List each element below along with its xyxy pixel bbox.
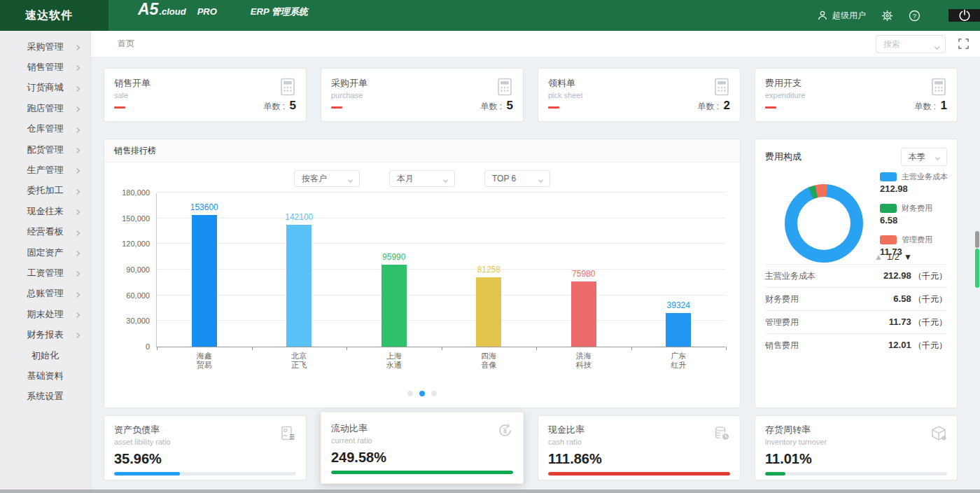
sidebar-item[interactable]: 跑店管理 [0, 98, 90, 118]
chevron-right-icon [75, 187, 81, 197]
sidebar-item[interactable]: 销售管理 [0, 57, 90, 77]
bar[interactable] [571, 282, 596, 347]
main-area: 首页 销售开单sale单数 : 5采购开单purchase单数 : 5领料单pi… [91, 31, 980, 489]
sidebar-item[interactable]: 经营看板 [0, 222, 90, 242]
ratio-progress-track [331, 471, 513, 474]
sidebar-item-label: 固定资产 [27, 246, 64, 259]
chart-filter-select[interactable]: 按客户 [294, 170, 360, 187]
chevron-right-icon [75, 125, 81, 136]
carousel-dot-active[interactable] [419, 391, 425, 396]
sidebar-item[interactable]: 生产管理 [0, 160, 90, 180]
bar[interactable] [382, 265, 407, 347]
expense-row-label: 财务费用 [765, 293, 799, 305]
page-scrollbar[interactable] [975, 231, 979, 288]
calculator-icon [929, 77, 948, 99]
sidebar-item[interactable]: 系统设置 [0, 387, 90, 407]
y-axis-tick-label: 60,000 [106, 291, 150, 300]
expense-row: 主营业务成本212.98 （千元） [765, 264, 947, 287]
bar[interactable] [192, 215, 217, 347]
settings-gear-icon[interactable] [881, 10, 893, 22]
help-icon[interactable]: ? [909, 10, 920, 22]
expense-row-unit: （千元） [913, 271, 947, 281]
chevron-right-icon [75, 249, 81, 259]
sidebar-item[interactable]: 固定资产 [0, 242, 90, 263]
sidebar-item[interactable]: 期末处理 [0, 304, 90, 324]
chevron-right-icon [75, 228, 81, 239]
gridline [157, 192, 725, 193]
sidebar-item[interactable]: 现金往来 [0, 201, 90, 221]
stat-card-row: 销售开单sale单数 : 5采购开单purchase单数 : 5领料单pick … [104, 68, 958, 122]
scrollbar-thumb-gray[interactable] [975, 231, 979, 248]
bar-value-label: 142100 [267, 212, 330, 222]
x-axis-tick [346, 347, 347, 350]
sidebar-item[interactable]: 采购管理 [0, 36, 90, 57]
legend-value: 212.98 [880, 183, 948, 194]
fullscreen-icon[interactable] [958, 39, 969, 49]
sidebar-item[interactable]: 配货管理 [0, 139, 90, 160]
sidebar-item[interactable]: 初始化 [0, 345, 90, 366]
legend-entry: 主营业务成本212.98 [880, 172, 948, 194]
sidebar-item[interactable]: 委托加工 [0, 181, 90, 201]
chart-filter-select[interactable]: TOP 6 [484, 170, 550, 187]
coins-icon [713, 424, 732, 446]
sales-chart-body: 按客户本月TOP 6 030,00060,00090,000120,000150… [104, 162, 740, 408]
sidebar-item-label: 配货管理 [27, 144, 64, 156]
expense-row-label: 主营业务成本 [765, 270, 816, 282]
ratio-card[interactable]: 存货周转率inventory turnover11.01% [755, 415, 958, 480]
expense-row: 管理费用11.73 （千元） [765, 310, 947, 333]
sidebar-item-label: 总账管理 [27, 287, 64, 300]
ratio-progress-track [114, 472, 296, 475]
stat-card[interactable]: 领料单pick sheet单数 : 2 [538, 68, 741, 122]
sidebar-item-label: 期末处理 [27, 308, 64, 321]
ratio-card[interactable]: 流动比率current ratio249.58%¥ [321, 412, 524, 484]
chevron-down-icon [934, 154, 941, 164]
ratio-card-subtitle: inventory turnover [765, 438, 947, 446]
ratio-card-value: 35.96% [114, 451, 296, 467]
sidebar-item[interactable]: 订货商城 [0, 78, 90, 98]
ratio-progress-fill [114, 472, 180, 475]
chevron-right-icon [75, 84, 81, 95]
x-axis-category-label: 上海永通 [363, 352, 426, 370]
sidebar-item[interactable]: 工资管理 [0, 263, 90, 283]
sidebar-item[interactable]: 财务报表 [0, 324, 90, 345]
logout-power-button[interactable] [948, 9, 980, 22]
user-menu[interactable]: 超级用户 [817, 10, 866, 22]
carousel-dot[interactable] [431, 391, 437, 396]
chevron-right-icon [75, 331, 81, 341]
bar[interactable] [286, 225, 312, 347]
red-dash [548, 106, 559, 109]
expense-period-select[interactable]: 本季 [901, 148, 947, 166]
stat-card[interactable]: 费用开支expenditure单数 : 1 [755, 68, 958, 122]
sidebar-item-label: 订货商城 [27, 81, 64, 94]
bar[interactable] [666, 313, 691, 347]
breadcrumb-home[interactable]: 首页 [118, 38, 134, 50]
expense-row-value: 6.58 （千元） [893, 293, 947, 305]
stat-card[interactable]: 销售开单sale单数 : 5 [104, 68, 307, 122]
ratio-card-subtitle: current ratio [331, 436, 513, 445]
ratio-progress-fill [765, 472, 785, 475]
nav-right: 超级用户 ? [817, 0, 980, 31]
sidebar-item-label: 基础资料 [27, 370, 64, 382]
sidebar-item[interactable]: 总账管理 [0, 284, 90, 304]
pager-up-icon[interactable]: ▲ [874, 252, 883, 262]
user-icon [817, 10, 828, 21]
ratio-card-value: 111.86% [548, 451, 730, 467]
bar-value-label: 95990 [363, 252, 426, 262]
pager-down-icon[interactable]: ▼ [904, 252, 912, 262]
legend-pager: ▲ 1/2 ▼ [874, 251, 912, 262]
sidebar-item[interactable]: 基础资料 [0, 366, 90, 386]
bar[interactable] [476, 277, 501, 347]
sidebar-item[interactable]: 仓库管理 [0, 119, 90, 139]
ratio-card[interactable]: 现金比率cash ratio111.86% [538, 415, 741, 480]
carousel-dot[interactable] [407, 391, 413, 396]
stat-count-label: 单数 [264, 102, 281, 111]
chart-filter-select[interactable]: 本月 [389, 170, 455, 187]
x-axis-tick [726, 347, 727, 350]
expense-period-value: 本季 [909, 151, 925, 163]
expense-row-unit: （千元） [913, 294, 947, 304]
ratio-card[interactable]: 资产负债率asset libility ratio35.96% [104, 415, 307, 480]
ratio-card-value: 11.01% [765, 451, 947, 467]
scrollbar-thumb-green[interactable] [975, 249, 979, 288]
stat-card[interactable]: 采购开单purchase单数 : 5 [321, 68, 524, 122]
chart-filters: 按客户本月TOP 6 [104, 170, 740, 187]
